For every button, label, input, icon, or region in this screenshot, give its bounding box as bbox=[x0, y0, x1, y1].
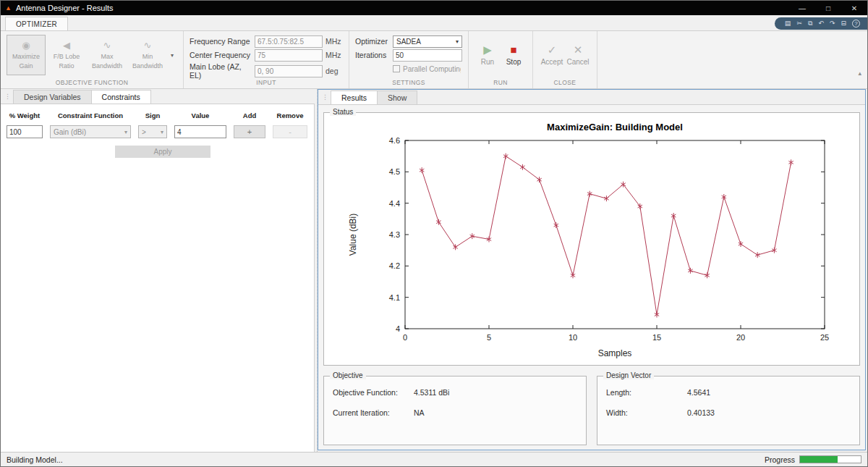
titlebar: ▲ Antenna Designer - Results — □ ✕ bbox=[1, 1, 867, 15]
print-icon[interactable]: ⊟ bbox=[841, 20, 846, 27]
panel-grip-icon[interactable]: ⋮ bbox=[320, 93, 331, 101]
maximize-gain-button[interactable]: ◉ Maximize Gain bbox=[7, 35, 46, 75]
maximize-button[interactable]: □ bbox=[815, 1, 841, 15]
apply-button[interactable]: Apply bbox=[115, 146, 210, 158]
header-remove: Remove bbox=[273, 112, 307, 119]
section-objective-function: ◉ Maximize Gain ◀ F/B Lobe Ratio ∿ Max B… bbox=[1, 31, 184, 88]
tab-results[interactable]: Results bbox=[331, 91, 378, 104]
cancel-button[interactable]: ✕ Cancel bbox=[565, 35, 591, 75]
optimizer-select[interactable]: SADEA ▾ bbox=[393, 35, 462, 48]
min-bandwidth-label-2: Bandwidth bbox=[132, 62, 163, 70]
section-run: ▶ Run ■ Stop RUN bbox=[469, 31, 533, 88]
optimizer-value: SADEA bbox=[396, 38, 421, 46]
center-frequency-unit: MHz bbox=[326, 51, 343, 59]
center-frequency-label: Center Frequency bbox=[190, 51, 252, 59]
help-icon[interactable]: ? bbox=[852, 20, 860, 28]
stop-label: Stop bbox=[506, 58, 522, 66]
value-input[interactable] bbox=[174, 125, 226, 138]
constraints-pane: % Weight Constraint Function Sign Value … bbox=[1, 104, 315, 452]
header-sign: Sign bbox=[138, 112, 167, 119]
right-panel-tabs: ⋮ Results Show bbox=[318, 90, 865, 105]
accept-button[interactable]: ✓ Accept bbox=[539, 35, 565, 75]
run-icon: ▶ bbox=[483, 44, 492, 55]
close-button[interactable]: ✕ bbox=[841, 1, 867, 15]
panel-grip-icon[interactable]: ⋮ bbox=[2, 93, 13, 100]
cancel-icon: ✕ bbox=[574, 44, 583, 55]
objective-gallery-dropdown-icon[interactable]: ▾ bbox=[167, 35, 177, 75]
optimizer-label: Optimizer bbox=[355, 37, 388, 46]
stop-button[interactable]: ■ Stop bbox=[501, 35, 527, 75]
section-label-close: CLOSE bbox=[539, 77, 591, 88]
remove-constraint-button[interactable]: - bbox=[273, 125, 307, 138]
constraints-table-header: % Weight Constraint Function Sign Value … bbox=[7, 112, 310, 119]
section-label-input: INPUT bbox=[190, 77, 343, 88]
length-value: 4.5641 bbox=[687, 388, 710, 397]
progress-bar bbox=[799, 455, 861, 463]
header-constraint-function: Constraint Function bbox=[50, 112, 131, 119]
length-row: Length: 4.5641 bbox=[606, 388, 859, 397]
chart: 051015202544.14.24.34.44.54.6MaximizeGai… bbox=[339, 112, 845, 366]
main-lobe-unit: deg bbox=[326, 67, 343, 75]
summary-row: Objective Objective Function: 4.5311 dBi… bbox=[323, 376, 860, 445]
minimize-button[interactable]: — bbox=[789, 1, 815, 15]
redo-icon[interactable]: ↷ bbox=[830, 20, 835, 27]
constraint-row: Gain (dBi) ▾ > ▾ + - bbox=[7, 125, 310, 138]
svg-text:4.5: 4.5 bbox=[389, 167, 400, 176]
progress-indicator: Progress bbox=[765, 455, 861, 464]
add-constraint-button[interactable]: + bbox=[234, 125, 265, 138]
parallel-computing-checkbox[interactable] bbox=[393, 65, 400, 72]
run-label: Run bbox=[481, 58, 494, 66]
svg-text:25: 25 bbox=[820, 333, 829, 342]
center-frequency-input[interactable] bbox=[255, 49, 323, 62]
maximize-gain-label-1: Maximize bbox=[12, 53, 40, 61]
weight-input[interactable] bbox=[7, 125, 43, 138]
main-lobe-input[interactable] bbox=[255, 65, 323, 77]
undo-icon[interactable]: ↶ bbox=[818, 20, 824, 27]
section-input: Frequency Range MHz Center Frequency MHz… bbox=[184, 31, 349, 88]
min-bandwidth-label-1: Min bbox=[142, 53, 153, 61]
app-window: ▲ Antenna Designer - Results — □ ✕ OPTIM… bbox=[0, 0, 868, 467]
section-settings: Optimizer SADEA ▾ Iterations Parallel Co… bbox=[349, 31, 469, 88]
tab-show[interactable]: Show bbox=[377, 91, 417, 104]
svg-text:MaximizeGain: Building Model: MaximizeGain: Building Model bbox=[547, 122, 683, 132]
min-bandwidth-button[interactable]: ∿ Min Bandwidth bbox=[128, 35, 167, 75]
chevron-down-icon: ▾ bbox=[124, 129, 127, 135]
run-button[interactable]: ▶ Run bbox=[475, 35, 501, 75]
tab-design-variables[interactable]: Design Variables bbox=[13, 90, 92, 104]
tab-optimizer[interactable]: OPTIMIZER bbox=[5, 17, 68, 30]
results-pane: Status 051015202544.14.24.34.44.54.6Maxi… bbox=[318, 105, 865, 450]
header-add: Add bbox=[234, 112, 265, 119]
stop-icon: ■ bbox=[510, 44, 516, 55]
svg-text:20: 20 bbox=[736, 333, 745, 342]
svg-text:4.4: 4.4 bbox=[389, 199, 400, 208]
status-text: Building Model... bbox=[7, 455, 63, 464]
iterations-input[interactable] bbox=[393, 49, 462, 62]
save-icon[interactable]: ▤ bbox=[785, 20, 791, 27]
results-chart-svg: 051015202544.14.24.34.44.54.6MaximizeGai… bbox=[339, 112, 845, 366]
current-iteration-row: Current Iteration: NA bbox=[333, 408, 586, 417]
design-vector-groupbox: Design Vector Length: 4.5641 Width: 0.40… bbox=[597, 376, 860, 445]
accept-icon: ✓ bbox=[548, 44, 557, 55]
iterations-label: Iterations bbox=[355, 51, 388, 59]
header-weight: % Weight bbox=[7, 112, 43, 119]
collapse-ribbon-icon[interactable]: ▴ bbox=[858, 70, 861, 77]
svg-text:10: 10 bbox=[569, 333, 577, 342]
objective-function-row: Objective Function: 4.5311 dBi bbox=[333, 388, 586, 397]
copy-icon[interactable]: ⧉ bbox=[808, 20, 812, 27]
fb-lobe-ratio-button[interactable]: ◀ F/B Lobe Ratio bbox=[47, 35, 86, 75]
svg-text:Value (dBi): Value (dBi) bbox=[348, 214, 358, 256]
svg-text:4.2: 4.2 bbox=[389, 261, 400, 270]
current-iteration-label: Current Iteration: bbox=[333, 408, 414, 417]
section-label-run: RUN bbox=[475, 77, 527, 88]
frequency-range-input[interactable] bbox=[255, 35, 323, 48]
toolstrip: ◉ Maximize Gain ◀ F/B Lobe Ratio ∿ Max B… bbox=[1, 31, 867, 89]
sign-select[interactable]: > ▾ bbox=[138, 125, 167, 138]
svg-text:4.1: 4.1 bbox=[389, 293, 400, 302]
cut-icon[interactable]: ✂ bbox=[796, 20, 802, 27]
fb-lobe-ratio-label-1: F/B Lobe bbox=[54, 53, 80, 61]
progress-fill bbox=[800, 456, 838, 463]
constraint-function-select[interactable]: Gain (dBi) ▾ bbox=[50, 125, 131, 138]
svg-text:4.3: 4.3 bbox=[389, 230, 400, 239]
max-bandwidth-button[interactable]: ∿ Max Bandwidth bbox=[88, 35, 127, 75]
tab-constraints[interactable]: Constraints bbox=[91, 90, 151, 104]
